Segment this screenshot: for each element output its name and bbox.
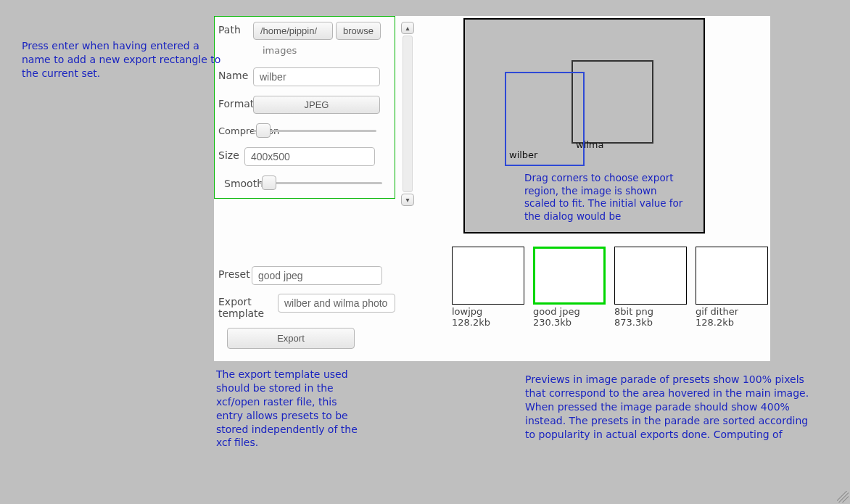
chevron-up-icon: ▴	[405, 25, 409, 32]
format-label: Format	[218, 96, 253, 110]
smooth-slider[interactable]	[259, 175, 382, 190]
resize-grip-icon[interactable]	[837, 491, 849, 503]
preset-name: 8bit png	[614, 306, 687, 317]
path-label: Path	[218, 22, 253, 36]
browse-button[interactable]: browse	[336, 22, 381, 40]
form-column-lower: Preset Export template Export	[218, 266, 436, 349]
preset-gifdither[interactable]: gif dither 128.2kb	[696, 247, 768, 328]
format-dropdown[interactable]: JPEG	[253, 96, 380, 114]
preset-size: 873.3kb	[614, 317, 687, 328]
export-button[interactable]: Export	[227, 328, 355, 349]
preset-8bitpng[interactable]: 8bit png 873.3kb	[614, 247, 687, 328]
preset-thumb	[696, 247, 768, 305]
preset-size: 128.2kb	[696, 317, 768, 328]
scroll-up-button[interactable]: ▴	[401, 22, 414, 34]
preset-size: 230.3kb	[533, 317, 606, 328]
scroll-track[interactable]	[403, 36, 413, 192]
path-button[interactable]: /home/pippin/	[253, 22, 333, 40]
region-wilber-label: wilber	[509, 149, 537, 160]
compression-label: Compression	[218, 123, 253, 136]
region-wilber[interactable]: wilber	[505, 72, 585, 166]
annotation-name-hint: Press enter when having entered a name t…	[22, 39, 225, 80]
preset-name: gif dither	[696, 306, 768, 317]
preset-name: good jpeg	[533, 306, 606, 317]
export-dialog-panel: Path /home/pippin/ browse images Name Fo…	[214, 16, 770, 361]
preset-name: lowjpg	[452, 306, 524, 317]
preset-thumb	[614, 247, 687, 305]
scroll-down-button[interactable]: ▾	[401, 194, 414, 206]
form-scrollbar[interactable]: ▴ ▾	[401, 22, 414, 207]
preset-thumb	[533, 247, 606, 305]
annotation-parade-hint: Previews in image parade of presets show…	[525, 373, 815, 441]
compression-slider[interactable]	[253, 123, 376, 138]
preset-thumb	[452, 247, 524, 305]
chevron-down-icon: ▾	[405, 197, 409, 204]
template-input[interactable]	[278, 294, 395, 313]
canvas-instruction: Drag corners to choose export region, th…	[524, 172, 691, 223]
size-label: Size	[218, 147, 244, 161]
row-template: Export template	[218, 294, 436, 319]
preset-lowjpg[interactable]: lowjpg 128.2kb	[452, 247, 524, 328]
preset-input[interactable]	[252, 266, 382, 285]
name-input[interactable]	[253, 67, 380, 86]
preset-size: 128.2kb	[452, 317, 524, 328]
preview-canvas[interactable]: wilma wilber Drag corners to choose expo…	[463, 18, 705, 234]
path-subfolder: images	[263, 45, 297, 56]
row-preset: Preset	[218, 266, 436, 285]
preset-goodjpeg[interactable]: good jpeg 230.3kb	[533, 247, 606, 328]
preset-parade: lowjpg 128.2kb good jpeg 230.3kb 8bit pn…	[452, 247, 768, 328]
smooth-label: Smooth	[224, 175, 259, 189]
annotation-template-hint: The export template used should be store…	[216, 368, 361, 450]
preset-label: Preset	[218, 266, 252, 280]
template-label: Export template	[218, 294, 278, 319]
size-input[interactable]	[244, 147, 375, 166]
